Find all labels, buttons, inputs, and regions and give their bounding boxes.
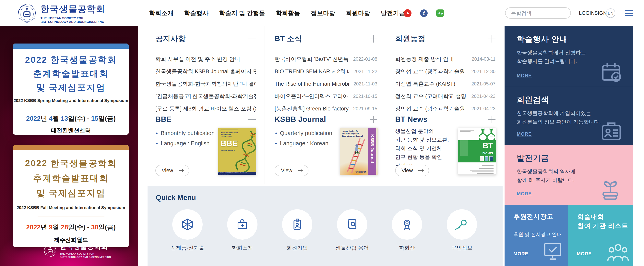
fall-subtitle: 2022 KSBB Fall Meeting and International… [13, 205, 129, 210]
bt-news-item[interactable]: BIO TREND SEMINAR 제2회 바이오기…2021-11-22 [274, 65, 377, 78]
bt-news-more-icon[interactable] [370, 35, 377, 43]
bt-news-item[interactable]: 한국바이오협회 ‘BioTV’ 신년특집 제1화 …2022-01-08 [274, 53, 377, 65]
main-nav: 학회소개 학술행사 학술지 및 간행물 학회활동 정보마당 회원마당 발전기금 [149, 0, 405, 26]
member-news-item[interactable]: 이상엽 특훈교수 (KAIST)2021-05-07 [395, 78, 496, 90]
id-badge-icon [291, 218, 304, 231]
poster-divider [38, 217, 104, 217]
logo-title: 한국생물공학회 [40, 3, 108, 15]
fall-meeting-poster[interactable]: 2022 한국생물공학회 추계학술발표대회 및 국제심포지엄 2022 KSBB… [13, 145, 129, 247]
signup-link[interactable]: SIGN [594, 10, 607, 16]
youtube-icon[interactable] [404, 9, 412, 17]
member-news-item[interactable]: 회원동정 제출 방식 안내2014-03-11 [395, 53, 496, 65]
nav-events[interactable]: 학술행사 [184, 9, 208, 17]
footer-logo-subtitle-2: BIOTECHNOLOGY AND BIOENGINEERING [60, 255, 111, 259]
sidebar-orgs-panel: 학술대회 참여 기관 리스트 MORE [568, 205, 634, 266]
nav-members[interactable]: 회원마당 [346, 9, 370, 17]
quick-item-membership[interactable]: 회원가입 [276, 209, 319, 251]
login-link[interactable]: LOGIN [579, 10, 595, 16]
nav-info[interactable]: 정보마당 [311, 9, 335, 17]
notice-item[interactable]: 학회 사무실 이전 및 주소 변경 안내 [156, 53, 256, 65]
notice-item[interactable]: 한국생물공학회 KSBB Journal 홈페이지 및 투고시스… [156, 65, 256, 78]
ksbb-cover-strip: KSBB Journal [368, 128, 376, 175]
dna-ladder-icon [342, 135, 365, 173]
sponsor-more-link[interactable]: MORE [514, 251, 528, 256]
member-news-item[interactable]: 정철희 교수 (고려대학교 생명공학부)2021-04-23 [395, 90, 496, 102]
sponsor-panel-desc: 후원 및 전시광고 안내 [514, 230, 562, 239]
events-more-link[interactable]: MORE [517, 73, 532, 78]
poster-top-bar [13, 145, 129, 150]
site-logo[interactable]: 한국생물공학회 THE KOREAN SOCIETY FOR BIOTECHNO… [17, 3, 108, 24]
bt-news-cover[interactable]: BT News [458, 128, 496, 175]
events-panel-title: 학술행사 안내 [517, 34, 568, 45]
bt-news-mag-more-icon[interactable] [488, 116, 496, 123]
spring-meeting-poster[interactable]: 2022 한국생물공학회 춘계학술발표대회 및 국제심포지엄 2022 KSBB… [13, 44, 129, 135]
sidebar-sponsor-panel: 후원전시광고 후원 및 전시광고 안내 MORE [504, 205, 568, 266]
key-icon [455, 218, 468, 231]
blog-icon[interactable]: blog [436, 10, 444, 17]
fall-title-line3: 및 국제심포지엄 [13, 186, 129, 201]
bag-plus-icon [236, 218, 249, 231]
bt-news-magazine: BT News 생물산업 분야의 최근 동향 및 정보교환, 학회 소식 및 기… [386, 110, 504, 184]
notices-more-icon[interactable] [248, 35, 256, 43]
fund-panel-title: 발전기금 [517, 153, 549, 163]
member-news-board: 회원동정 회원동정 제출 방식 안내2014-03-11 장인섭 교수 (광주과… [386, 26, 504, 110]
bbe-cover[interactable]: BIOTECHNOLOGY and BIOPROCESS ENGINEERING… [218, 128, 256, 175]
people-group-icon [606, 240, 630, 262]
nav-about[interactable]: 학회소개 [149, 9, 174, 17]
quick-item-glossary[interactable]: 생물산업 용어 [330, 209, 374, 251]
language-toggle[interactable]: EN [606, 9, 615, 18]
bt-news-cover-band: BT News [458, 140, 496, 162]
sidebar-member-search-panel: 회원검색 한국생물공학회에 가입되어있는 회원분들의 정보 확인이 가능합니다.… [504, 87, 634, 145]
orgs-title-line2: 참여 기관 리스트 [577, 221, 628, 230]
fund-more-link[interactable]: MORE [517, 191, 532, 196]
fall-date: 2022년 9월 28일(수) - 30일(금) [13, 223, 129, 232]
sidebar-fund-panel: 발전기금 한국생물공학회의 역사에 함께 해 주시기 바랍니다. MORE [504, 145, 634, 205]
bt-news-title: BT 소식 [274, 34, 302, 44]
spring-venue: 대전컨벤션센터 [13, 127, 129, 134]
ksbb-view-button[interactable]: View [274, 165, 308, 176]
green-dna-icon [479, 129, 495, 140]
hamburger-menu-icon[interactable] [625, 10, 633, 16]
notice-item[interactable]: [긴급채용공고] 한국생물공학회-과학기술정보통신부 … [156, 90, 256, 102]
footer-logo-title: 한국생물공학회 [60, 242, 111, 251]
member-news-more-icon[interactable] [488, 35, 496, 43]
dna-helix-icon [236, 131, 256, 172]
notice-item[interactable]: 한국생물공학회-한국과학창의재단 “내 곁에 바이오! BT… [156, 78, 256, 90]
ksbb-emblem-icon [17, 4, 36, 23]
bt-news-view-button[interactable]: View [395, 165, 429, 176]
cube-icon [181, 218, 194, 231]
member-card-icon [600, 120, 623, 142]
quick-item-about[interactable]: 학회소개 [221, 209, 264, 251]
nav-journals[interactable]: 학술지 및 간행물 [219, 9, 265, 17]
ksbb-emblem-white-icon [44, 244, 57, 257]
ksbb-more-icon[interactable] [370, 116, 377, 123]
bt-news-item[interactable]: The Rise of the Human Microbiome T…2021-… [274, 78, 377, 90]
orgs-more-link[interactable]: MORE [577, 251, 592, 256]
quick-item-awards[interactable]: 학회상 [385, 209, 428, 251]
member-news-item[interactable]: 장인섭 교수 (광주과학기술원 지구환경…2021-12-30 [395, 65, 496, 78]
fall-title-line2: 추계학술발표대회 [13, 171, 129, 186]
cover-microtext-bar [460, 131, 470, 132]
bbe-cover-publisher: THE KOREAN SOCIETY OF BIOTECHNOLOGY AND … [218, 172, 256, 175]
quick-item-jobs[interactable]: 구인정보 [440, 209, 484, 251]
cover-microtext-bar [221, 130, 238, 130]
bt-news-cover-news: News [482, 151, 493, 155]
notices-board: 공지사항 학회 사무실 이전 및 주소 변경 안내 한국생물공학회 KSBB J… [146, 26, 264, 110]
arrow-right-icon [298, 169, 303, 172]
bbe-view-button[interactable]: View [156, 165, 189, 176]
facebook-icon[interactable]: f [420, 10, 428, 17]
ksbb-cover[interactable]: Korean Society for Biotechnology and Bio… [340, 128, 378, 175]
award-ribbon-icon [400, 218, 414, 231]
bt-news-mag-title: BT News [395, 115, 428, 124]
bt-news-item[interactable]: 바이오플러스-인터펙스 코리아 2021’ 온…2021-10-15 [274, 90, 377, 102]
bbe-more-icon[interactable] [248, 116, 256, 123]
quick-item-new-products[interactable]: 신제품·신기술 [166, 209, 209, 251]
logo-subtitle: THE KOREAN SOCIETY FOR BIOTECHNOLOGY AND… [40, 16, 108, 24]
member-search-more-link[interactable]: MORE [517, 131, 532, 137]
notices-title: 공지사항 [156, 34, 186, 44]
nav-activities[interactable]: 학회활동 [276, 9, 300, 17]
nav-fund[interactable]: 발전기금 [381, 9, 405, 17]
search-bar [505, 7, 571, 19]
bbe-publication: BBE Bimonthly publication Language : Eng… [146, 110, 264, 184]
search-input[interactable] [511, 10, 577, 16]
